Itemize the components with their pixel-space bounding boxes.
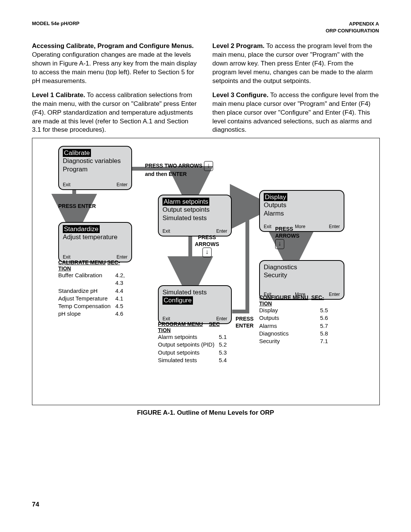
- body-columns: Accessing Calibrate, Program and Configu…: [32, 42, 379, 140]
- program-menu-table: PROGRAM MENU SEC TION Alarm setpoints5.1…: [158, 321, 238, 364]
- screen-configure: Simulated tests Configure ExitEnter: [158, 285, 232, 324]
- down-arrow-icon: ↓: [202, 248, 212, 257]
- screen-display: Display Outputs Alarms ExitMoreEnter: [259, 190, 344, 232]
- cal-l2: Adjust temperature: [63, 233, 127, 241]
- label-press-enter-right: PRESS ENTER: [236, 316, 253, 329]
- label-press-arrows-mid: PRESS ARROWS ↓: [195, 234, 219, 257]
- table-row: Simulated tests5.4: [158, 356, 238, 364]
- cal-sel: Standardize: [63, 225, 100, 233]
- main-sel: Calibrate: [63, 149, 91, 157]
- table-row: Buffer Calibration4.2, 4.3: [58, 272, 134, 287]
- label-press-arrows-right: PRESS ARROWS ↓: [275, 226, 299, 249]
- diag-l1: Diagnostics: [264, 263, 340, 271]
- table-row: Output setpoints5.3: [158, 349, 238, 356]
- table-row: Alarms5.7: [259, 322, 339, 330]
- screen-program: Alarm setpoints Output setpoints Simulat…: [158, 195, 232, 236]
- sim-sel: Configure: [162, 296, 193, 304]
- left-p1: Accessing Calibrate, Program and Configu…: [32, 42, 199, 86]
- right-column: Level 2 Program. To access the program l…: [212, 42, 379, 140]
- table-row: Outputs5.6: [259, 314, 339, 322]
- down-arrow-icon: ↓: [204, 161, 213, 171]
- label-press-two-arrows: PRESS TWO ARROWS ↓ and then ENTER: [145, 161, 213, 178]
- table-row: Output setpoints (PID)5.2: [158, 341, 238, 348]
- prog-sel: Alarm setpoints: [162, 198, 209, 206]
- table-row: Display5.5: [259, 307, 339, 314]
- configure-menu-table: CONFIGURE MENU SEC- TION Display5.5Outpu…: [259, 294, 339, 345]
- prog-l3: Simulated tests: [162, 214, 227, 222]
- table-row: Temp Compensation4.5: [58, 302, 134, 310]
- screen-calibrate: Standardize Adjust temperature ExitEnter: [58, 222, 132, 262]
- table-row: pH slope4.6: [58, 310, 134, 318]
- table-row: Diagnostics5.8: [259, 330, 339, 337]
- disp-l2: Outputs: [264, 201, 340, 209]
- prog-l2: Output setpoints: [162, 206, 227, 214]
- table-row: Standardize pH4.4: [58, 287, 134, 295]
- screen-main-menu: Calibrate Diagnostic variables Program E…: [58, 146, 132, 190]
- header-right-2: ORP CONFIGURATION: [326, 27, 379, 34]
- label-press-enter-left: PRESS ENTER: [58, 203, 96, 210]
- down-arrow-icon: ↓: [275, 239, 284, 249]
- disp-sel: Display: [264, 193, 287, 201]
- page-number: 74: [32, 501, 39, 508]
- screen-diagnostics: Diagnostics Security ExitMoreEnter: [259, 260, 344, 300]
- diagram-frame: Calibrate Diagnostic variables Program E…: [32, 138, 380, 405]
- main-l3: Program: [63, 165, 127, 173]
- figure-caption: FIGURE A-1. Outline of Menu Levels for O…: [32, 409, 379, 417]
- right-p1: Level 2 Program. To access the program l…: [212, 42, 379, 86]
- disp-l3: Alarms: [264, 209, 340, 217]
- sim-l1: Simulated tests: [162, 288, 227, 296]
- right-p2: Level 3 Configure. To access the configu…: [212, 91, 379, 135]
- calibrate-menu-table: CALIBRATE MENU SEC- TION Buffer Calibrat…: [58, 259, 134, 318]
- header-right-1: APPENDIX A: [326, 21, 379, 27]
- left-column: Accessing Calibrate, Program and Configu…: [32, 42, 199, 140]
- table-row: Adjust Temperature4.1: [58, 295, 134, 302]
- table-row: Security7.1: [259, 337, 339, 345]
- header-left: MODEL 54e pH/ORP: [32, 21, 80, 26]
- header-right: APPENDIX A ORP CONFIGURATION: [326, 21, 379, 34]
- diag-l2: Security: [264, 271, 340, 279]
- left-p2: Level 1 Calibrate. To access calibration…: [32, 91, 199, 135]
- table-row: Alarm setpoints5.1: [158, 333, 238, 341]
- main-l2: Diagnostic variables: [63, 157, 127, 165]
